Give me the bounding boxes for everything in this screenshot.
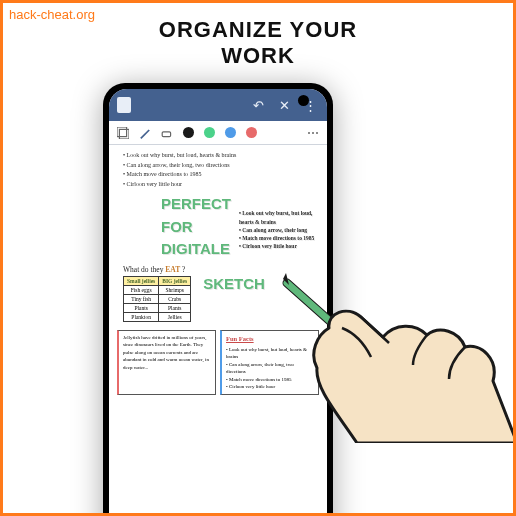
svg-rect-1 <box>119 129 129 139</box>
hero-side-notes: • Look out why burst, but loud, hearts &… <box>239 209 319 250</box>
pen-icon[interactable] <box>139 127 151 139</box>
sketch-word: SKETCH <box>197 265 265 322</box>
note-line: • Look out why burst, but loud, hearts &… <box>239 209 319 226</box>
drawing-canvas[interactable]: • Look out why burst, but loud, hearts &… <box>109 145 327 516</box>
color-swatch-green[interactable] <box>204 127 215 138</box>
watermark-text: hack-cheat.org <box>9 7 95 22</box>
note-line: • Cirloon very little hour <box>123 180 317 190</box>
color-swatch-black[interactable] <box>183 127 194 138</box>
more-tools-icon[interactable] <box>307 127 319 139</box>
panel-title: Fun Facts <box>226 334 314 344</box>
tool-toolbar <box>109 121 327 145</box>
layers-icon[interactable] <box>117 127 129 139</box>
close-icon[interactable]: ✕ <box>275 96 293 114</box>
table-cell: Jellies <box>159 312 191 321</box>
table-header: BIG jellies <box>159 276 191 285</box>
hero-text: PERFECT FOR DIGITALE • Look out why burs… <box>109 193 327 261</box>
undo-icon[interactable]: ↶ <box>249 96 267 114</box>
info-panel-left: Jellyfish have drifted in millions of ye… <box>117 330 216 395</box>
headline-line-2: WORK <box>3 43 513 69</box>
panel-line: • Match move directions to 1985 <box>226 376 314 384</box>
panel-line: • Can along arrow, their long, two direc… <box>226 361 314 376</box>
svg-point-3 <box>308 132 310 134</box>
panel-line: • Cirloon very little hour <box>226 383 314 391</box>
table-header: Small jellies <box>124 276 159 285</box>
svg-rect-0 <box>117 127 127 137</box>
document-icon[interactable] <box>117 97 131 113</box>
table-cell: Plankton <box>124 312 159 321</box>
note-line: • Cirloon very little hour <box>239 242 319 250</box>
svg-point-4 <box>312 132 314 134</box>
color-swatch-red[interactable] <box>246 127 257 138</box>
table-cell: Fish eggs <box>124 285 159 294</box>
svg-point-5 <box>316 132 318 134</box>
table-cell: Crabs <box>159 294 191 303</box>
phone-screen: ↶ ✕ ⋮ • Look out why bur <box>109 89 327 516</box>
note-line: • Can along arrow, their long <box>239 226 319 234</box>
color-swatch-blue[interactable] <box>225 127 236 138</box>
panel-body: Jellyfish have drifted in millions of ye… <box>123 334 211 372</box>
bottom-sections: Jellyfish have drifted in millions of ye… <box>109 322 327 395</box>
phone-frame: ↶ ✕ ⋮ • Look out why bur <box>103 83 333 516</box>
table-cell: Shrimps <box>159 285 191 294</box>
note-line: • Match move directions to 1985 <box>123 170 317 180</box>
top-notes: • Look out why burst, but loud, hearts &… <box>109 145 327 193</box>
table-question: What do they EAT ? <box>123 265 191 274</box>
app-topbar: ↶ ✕ ⋮ <box>109 89 327 121</box>
table-cell: Tiny fish <box>124 294 159 303</box>
table-cell: Plants <box>159 303 191 312</box>
camera-cutout <box>298 95 309 106</box>
svg-rect-2 <box>162 131 170 136</box>
table-block: What do they EAT ? Small jelliesBIG jell… <box>109 261 327 322</box>
note-line: • Look out why burst, but loud, hearts &… <box>123 151 317 161</box>
headline: ORGANIZE YOUR WORK <box>3 17 513 70</box>
note-line: • Match move directions to 1985 <box>239 234 319 242</box>
note-line: • Can along arrow, their long, two direc… <box>123 161 317 171</box>
panel-line: • Look out why burst, but loud, hearts &… <box>226 346 314 361</box>
info-panel-right: Fun Facts • Look out why burst, but loud… <box>220 330 319 395</box>
table-cell: Plants <box>124 303 159 312</box>
diet-table: Small jelliesBIG jellies Fish eggsShrimp… <box>123 276 191 322</box>
eraser-icon[interactable] <box>161 127 173 139</box>
